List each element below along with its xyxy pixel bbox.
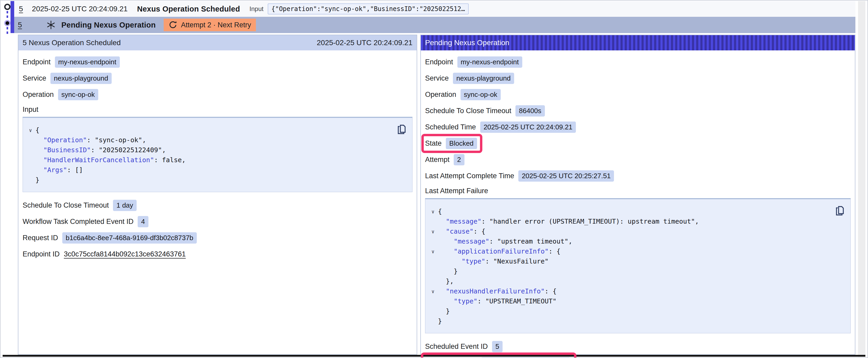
code-gutter	[26, 155, 35, 165]
code-text: }	[438, 306, 450, 316]
field-value-chip: sync-op-ok	[461, 89, 501, 100]
field-value-chip: nexus-playground	[51, 73, 112, 84]
field-value-chip: 2025-02-25 UTC 20:24:09.21	[480, 122, 576, 133]
code-text: "type": "UPSTREAM_TIMEOUT"	[438, 296, 556, 306]
code-gutter	[26, 135, 35, 145]
field-row: Endpoint ID3c0c75ccfa8144b092c13ce632463…	[23, 248, 412, 260]
field-row: Blocked ReasonThe circuit breaker is ope…	[425, 357, 851, 358]
event-detail-area: 5 Nexus Operation Scheduled 2025-02-25 U…	[18, 35, 856, 355]
event-row-nexus-operation-scheduled[interactable]: 5 2025-02-25 UTC 20:24:09.21 Nexus Opera…	[14, 1, 856, 17]
code-text: "Args": []	[35, 165, 83, 175]
field-row: Scheduled Time2025-02-25 UTC 20:24:09.21	[425, 121, 851, 133]
field-row: Operationsync-op-ok	[425, 89, 851, 100]
event-id-link[interactable]: 5	[18, 21, 22, 29]
json-token: {	[35, 126, 39, 134]
field-label: Schedule To Close Timeout	[425, 107, 511, 115]
collapse-chevron-icon[interactable]: ∨	[428, 247, 438, 256]
field-label: Scheduled Time	[425, 123, 476, 131]
pending-fields-top: Endpointmy-nexus-endpointServicenexus-pl…	[425, 56, 851, 182]
code-text: {	[438, 206, 442, 217]
collapse-chevron-icon[interactable]: ∨	[428, 206, 438, 217]
failure-json-block: ∨{"message": "handler error (UPSTREAM_TI…	[425, 198, 851, 333]
timeline-selection-bar	[10, 1, 14, 33]
json-token: : {	[549, 248, 560, 255]
event-input-label: Input	[250, 5, 264, 12]
field-row: StateBlocked	[425, 137, 851, 149]
annotated-field: Blocked ReasonThe circuit breaker is ope…	[425, 357, 570, 358]
code-text: },	[438, 276, 454, 286]
field-label: Operation	[23, 91, 54, 99]
field-row: Attempt2	[425, 154, 851, 165]
field-value-chip: 1 day	[113, 200, 136, 211]
scheduled-fields-top: Endpointmy-nexus-endpointServicenexus-pl…	[23, 56, 412, 100]
field-label: State	[425, 139, 442, 148]
event-input-preview[interactable]: {"Operation":"sync-op-ok","BusinessID":"…	[268, 3, 469, 14]
code-line: },	[428, 276, 845, 286]
code-gutter	[26, 145, 35, 155]
code-line: "Args": []	[26, 165, 407, 175]
code-gutter	[428, 316, 438, 326]
field-label: Service	[23, 74, 46, 83]
json-token: : "upstream timeout",	[489, 237, 572, 245]
field-value-chip: my-nexus-endpoint	[457, 57, 522, 68]
collapse-chevron-icon[interactable]: ∨	[428, 227, 438, 236]
json-key: "BusinessID"	[43, 146, 91, 154]
code-line: ∨"cause": {	[428, 227, 845, 236]
code-text: "HandlerWaitForCancellation": false,	[35, 155, 186, 165]
code-text: "cause": {	[438, 227, 486, 236]
field-value-chip: 4	[138, 216, 148, 227]
scheduled-panel-header: 5 Nexus Operation Scheduled 2025-02-25 U…	[19, 35, 417, 51]
timeline-event-circle-icon[interactable]	[4, 4, 10, 10]
json-token: }	[446, 307, 450, 315]
pending-event-title: Pending Nexus Operation	[61, 21, 156, 29]
failure-json-lines: ∨{"message": "handler error (UPSTREAM_TI…	[428, 206, 845, 326]
timeline-dashed-connector	[6, 11, 8, 20]
field-label: Operation	[425, 91, 456, 99]
vertical-scrollbar[interactable]	[858, 1, 865, 357]
event-row-pending-nexus-operation[interactable]: 5 Pending Nexus Operation Attempt 2 · Ne…	[14, 17, 856, 33]
viewport-bottom-edge	[3, 355, 865, 357]
json-token: },	[446, 278, 454, 285]
code-gutter	[428, 256, 438, 266]
event-timestamp: 2025-02-25 UTC 20:24:09.21	[32, 5, 128, 13]
field-row: Endpointmy-nexus-endpoint	[23, 56, 412, 68]
field-row: Endpointmy-nexus-endpoint	[425, 56, 851, 68]
field-row: Servicenexus-playground	[23, 72, 412, 84]
code-text: }	[438, 316, 442, 326]
code-text: "message": "upstream timeout",	[438, 236, 572, 247]
code-text: }	[438, 266, 458, 276]
timeline-pending-dot-icon[interactable]	[4, 20, 10, 26]
event-id-link[interactable]: 5	[19, 5, 23, 13]
last-attempt-failure-label: Last Attempt Failure	[425, 187, 851, 195]
code-line: "type": "NexusFailure"	[428, 256, 845, 266]
json-token: : "20250225122409",	[91, 146, 166, 154]
field-value-chip: 2025-02-25 UTC 20:25:27.51	[518, 170, 614, 182]
field-value-chip: Blocked	[446, 138, 477, 149]
code-line: ∨"nexusHandlerFailureInfo": {	[428, 286, 845, 296]
code-text: "message": "handler error (UPSTREAM_TIME…	[438, 217, 699, 227]
field-label: Attempt	[425, 156, 450, 164]
code-line: }	[428, 316, 845, 326]
copy-icon[interactable]	[835, 205, 845, 216]
json-key: "applicationFailureInfo"	[454, 248, 549, 255]
collapse-chevron-icon[interactable]: ∨	[428, 286, 438, 296]
field-value-link[interactable]: 3c0c75ccfa8144b092c13ce632463761	[64, 250, 186, 258]
code-line: ∨{	[26, 125, 407, 135]
json-key: "nexusHandlerFailureInfo"	[446, 287, 545, 295]
scheduled-panel-timestamp: 2025-02-25 UTC 20:24:09.21	[317, 39, 412, 47]
json-token: : "NexusFailure"	[485, 258, 549, 265]
collapse-chevron-icon[interactable]: ∨	[26, 125, 35, 135]
json-token: : []	[67, 166, 83, 174]
code-gutter	[428, 266, 438, 276]
code-gutter	[428, 296, 438, 306]
input-json-block: ∨{"Operation": "sync-op-ok","BusinessID"…	[23, 117, 412, 192]
retry-icon	[168, 21, 177, 29]
attempt-retry-text: Attempt 2 · Next Retry	[181, 21, 251, 29]
code-line: "BusinessID": "20250225122409",	[26, 145, 407, 155]
copy-icon[interactable]	[397, 124, 406, 135]
json-key: "message"	[446, 218, 481, 225]
code-text: "BusinessID": "20250225122409",	[35, 145, 166, 155]
field-label: Request ID	[23, 234, 58, 242]
code-gutter	[26, 175, 35, 185]
json-token: {	[438, 207, 442, 215]
